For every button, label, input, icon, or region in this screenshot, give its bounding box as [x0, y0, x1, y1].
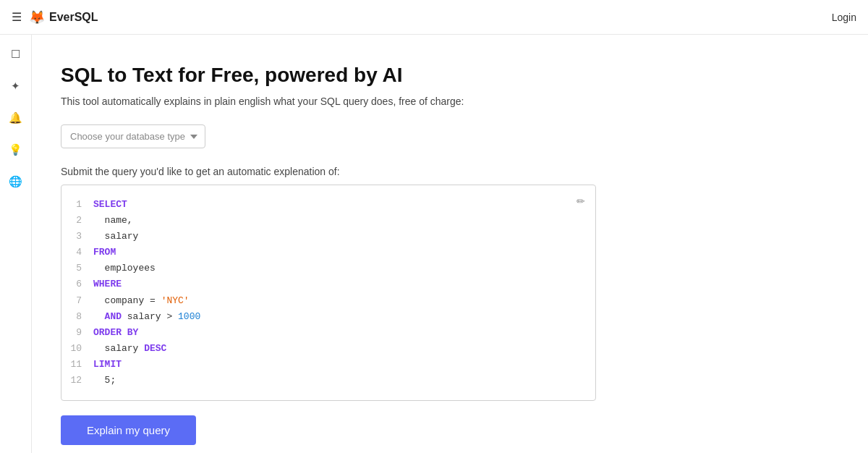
code-line-1: 1 SELECT [70, 197, 587, 213]
database-type-dropdown[interactable]: Choose your database type MySQL PostgreS… [61, 124, 205, 148]
code-line-10: 10 salary DESC [70, 341, 587, 357]
logo-text: EverSQL [49, 11, 98, 24]
bell-icon[interactable]: 🔔 [8, 110, 24, 126]
globe-icon[interactable]: 🌐 [8, 174, 24, 190]
login-button[interactable]: Login [832, 12, 856, 23]
sidebar-nav: ☐ ✦ 🔔 💡 🌐 [0, 35, 32, 453]
code-editor[interactable]: ✏ 1 SELECT 2 name, 3 salary [61, 185, 596, 401]
chat-icon[interactable]: ☐ [8, 46, 24, 62]
content-and-sidebar: ☐ ✦ 🔔 💡 🌐 SQL to Text for Free, powered … [0, 35, 868, 453]
submit-label: Submit the query you'd like to get an au… [61, 166, 610, 177]
code-line-9: 9 ORDER BY [70, 325, 587, 341]
code-line-4: 4 FROM [70, 245, 587, 261]
hamburger-icon[interactable]: ☰ [12, 10, 22, 24]
code-line-5: 5 employees [70, 261, 587, 276]
main-wrapper: ☐ ✦ 🔔 💡 🌐 SQL to Text for Free, powered … [0, 35, 868, 453]
page-subtitle: This tool automatically explains in plai… [61, 96, 610, 107]
main-content: SQL to Text for Free, powered by AI This… [32, 35, 610, 453]
top-nav: ☰ 🦊 EverSQL Login [0, 0, 868, 35]
star-icon[interactable]: ✦ [8, 78, 24, 94]
code-lines: 1 SELECT 2 name, 3 salary 4 FROM [70, 197, 587, 389]
edit-icon-button[interactable]: ✏ [574, 192, 588, 210]
code-line-6: 6 WHERE [70, 276, 587, 292]
code-line-12: 12 5; [70, 373, 587, 389]
code-line-11: 11 LIMIT [70, 357, 587, 373]
page-title: SQL to Text for Free, powered by AI [61, 64, 610, 87]
bulb-icon[interactable]: 💡 [8, 142, 24, 158]
logo-icon: 🦊 [29, 9, 45, 25]
logo[interactable]: 🦊 EverSQL [29, 9, 98, 25]
code-line-7: 7 company = 'NYC' [70, 293, 587, 309]
code-line-2: 2 name, [70, 213, 587, 229]
explain-button[interactable]: Explain my query [61, 415, 196, 445]
nav-left: ☰ 🦊 EverSQL [12, 9, 98, 25]
code-line-3: 3 salary [70, 229, 587, 245]
code-line-8: 8 AND salary > 1000 [70, 309, 587, 325]
